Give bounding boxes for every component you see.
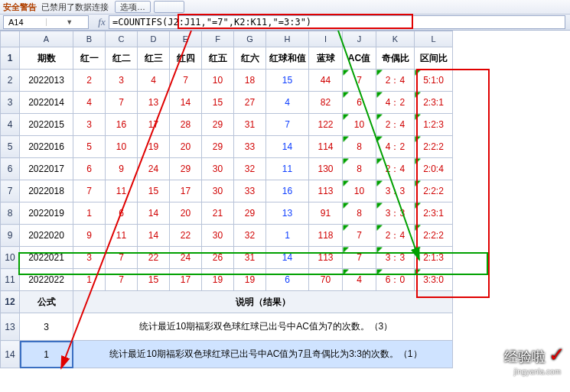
result-value[interactable]: 3 xyxy=(20,313,73,341)
cell-I[interactable]: 118 xyxy=(309,225,343,247)
cell-B[interactable]: 6 xyxy=(73,158,106,180)
row-head[interactable]: 10 xyxy=(1,247,20,269)
cell-J[interactable]: 10 xyxy=(343,114,376,136)
cell-E[interactable]: 22 xyxy=(170,225,202,247)
cell-F[interactable]: 15 xyxy=(202,92,234,114)
hdr-I[interactable]: 蓝球 xyxy=(309,47,343,70)
cell-I[interactable]: 44 xyxy=(309,70,343,92)
cell-E[interactable]: 14 xyxy=(170,92,202,114)
cell-J[interactable]: 7 xyxy=(343,70,376,92)
active-cell[interactable]: 1 xyxy=(20,341,73,368)
cell-H[interactable]: 6 xyxy=(266,269,309,291)
cell-L[interactable]: 2:3:1 xyxy=(415,202,453,225)
cell-F[interactable]: 21 xyxy=(202,202,234,225)
cell-C[interactable]: 11 xyxy=(106,180,138,202)
col-head-F[interactable]: F xyxy=(202,31,234,47)
row-head[interactable]: 7 xyxy=(1,180,20,202)
cell-A[interactable]: 2022013 xyxy=(20,70,73,92)
hdr-A[interactable]: 期数 xyxy=(20,47,73,70)
cell-D[interactable]: 13 xyxy=(138,92,170,114)
cell-G[interactable]: 27 xyxy=(234,92,266,114)
cell-L[interactable]: 2:2:2 xyxy=(415,136,453,158)
cell-A[interactable]: 2022021 xyxy=(20,247,73,269)
cell-H[interactable]: 1 xyxy=(266,225,309,247)
cell-A[interactable]: 2022018 xyxy=(20,180,73,202)
col-head-H[interactable]: H xyxy=(266,31,309,47)
row-head[interactable]: 4 xyxy=(1,114,20,136)
cell-H[interactable]: 14 xyxy=(266,136,309,158)
cell-G[interactable]: 32 xyxy=(234,158,266,180)
cell-C[interactable]: 11 xyxy=(106,225,138,247)
cell-G[interactable]: 33 xyxy=(234,180,266,202)
cell-I[interactable]: 114 xyxy=(309,136,343,158)
cell-G[interactable]: 33 xyxy=(234,136,266,158)
cell-F[interactable]: 30 xyxy=(202,158,234,180)
cell-C[interactable]: 6 xyxy=(106,202,138,225)
row-head[interactable]: 2 xyxy=(1,70,20,92)
cell-G[interactable]: 19 xyxy=(234,269,266,291)
cell-F[interactable]: 29 xyxy=(202,136,234,158)
cell-F[interactable]: 26 xyxy=(202,247,234,269)
cell-D[interactable]: 17 xyxy=(138,114,170,136)
cell-B[interactable]: 9 xyxy=(73,225,106,247)
cell-A[interactable]: 2022019 xyxy=(20,202,73,225)
cell-K[interactable]: 2：4 xyxy=(376,114,415,136)
cell-E[interactable]: 24 xyxy=(170,247,202,269)
cell-H[interactable]: 11 xyxy=(266,158,309,180)
cell-I[interactable]: 70 xyxy=(309,269,343,291)
cell-L[interactable]: 2:2:2 xyxy=(415,180,453,202)
cell-B[interactable]: 3 xyxy=(73,114,106,136)
cell-E[interactable]: 20 xyxy=(170,136,202,158)
cell-A[interactable]: 2022014 xyxy=(20,92,73,114)
cell-F[interactable]: 19 xyxy=(202,269,234,291)
cell-A[interactable]: 2022015 xyxy=(20,114,73,136)
cell-K[interactable]: 2：4 xyxy=(376,70,415,92)
col-head-E[interactable]: E xyxy=(170,31,202,47)
col-head-A[interactable]: A xyxy=(20,31,73,47)
result-desc[interactable]: 统计最近10期福彩双色球红球已出号中AC值为7的次数。（3） xyxy=(73,313,453,341)
cell-C[interactable]: 10 xyxy=(106,136,138,158)
cell-J[interactable]: 10 xyxy=(343,180,376,202)
cell-B[interactable]: 1 xyxy=(73,269,106,291)
cell-K[interactable]: 4：2 xyxy=(376,92,415,114)
cell-L[interactable]: 5:1:0 xyxy=(415,70,453,92)
cell-K[interactable]: 6：0 xyxy=(376,269,415,291)
cell-I[interactable]: 91 xyxy=(309,202,343,225)
cell-K[interactable]: 3：3 xyxy=(376,180,415,202)
cell-H[interactable]: 13 xyxy=(266,202,309,225)
cell-A[interactable]: 2022020 xyxy=(20,225,73,247)
name-box[interactable]: A14 ▼ xyxy=(3,15,89,29)
cell-G[interactable]: 29 xyxy=(234,202,266,225)
cell-A[interactable]: 2022022 xyxy=(20,269,73,291)
fx-icon[interactable]: fx xyxy=(95,16,109,28)
cell-F[interactable]: 30 xyxy=(202,225,234,247)
row-head[interactable]: 14 xyxy=(1,341,20,368)
cell-H[interactable]: 14 xyxy=(266,247,309,269)
cell-A[interactable]: 2022016 xyxy=(20,136,73,158)
col-head-D[interactable]: D xyxy=(138,31,170,47)
cell-B[interactable]: 3 xyxy=(73,247,106,269)
cell-I[interactable]: 122 xyxy=(309,114,343,136)
result-desc[interactable]: 统计最近10期福彩双色球红球已出号中AC值为7且奇偶比为3:3的次数。（1） xyxy=(73,341,453,368)
cell-G[interactable]: 31 xyxy=(234,247,266,269)
cell-D[interactable]: 19 xyxy=(138,136,170,158)
cell-F[interactable]: 10 xyxy=(202,70,234,92)
cell-K[interactable]: 2：4 xyxy=(376,225,415,247)
cell-K[interactable]: 3：3 xyxy=(376,202,415,225)
hdr-H[interactable]: 红球和值 xyxy=(266,47,309,70)
cell-G[interactable]: 18 xyxy=(234,70,266,92)
cell-E[interactable]: 28 xyxy=(170,114,202,136)
cell-D[interactable]: 15 xyxy=(138,269,170,291)
cell-I[interactable]: 130 xyxy=(309,158,343,180)
cell-H[interactable]: 15 xyxy=(266,70,309,92)
col-head-I[interactable]: I xyxy=(309,31,343,47)
cell-B[interactable]: 2 xyxy=(73,70,106,92)
row-head[interactable]: 8 xyxy=(1,202,20,225)
cell-E[interactable]: 7 xyxy=(170,70,202,92)
select-all-corner[interactable] xyxy=(1,31,20,47)
row-head[interactable]: 5 xyxy=(1,136,20,158)
hdr-B[interactable]: 红一 xyxy=(73,47,106,70)
cell-J[interactable]: 8 xyxy=(343,202,376,225)
hdr-E[interactable]: 红四 xyxy=(170,47,202,70)
cell-K[interactable]: 4：2 xyxy=(376,136,415,158)
